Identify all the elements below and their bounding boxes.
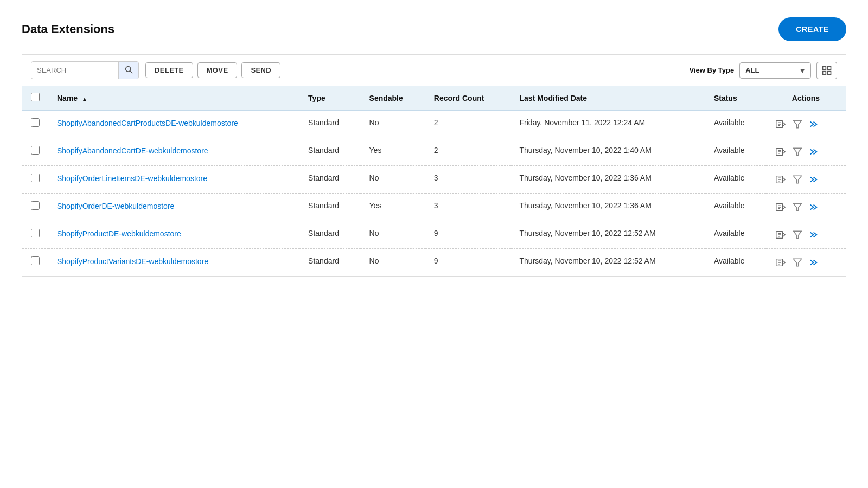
search-button[interactable] xyxy=(118,62,138,79)
filter-icon-5[interactable] xyxy=(792,257,803,268)
filter-icon-1[interactable] xyxy=(792,146,803,157)
row-status-2: Available xyxy=(705,166,766,194)
select-all-cell xyxy=(22,86,49,111)
row-checkbox-cell xyxy=(22,138,49,166)
forward-icon-4[interactable] xyxy=(808,229,820,241)
row-sendable-5: No xyxy=(361,249,425,277)
row-last-modified-1: Thursday, November 10, 2022 1:40 AM xyxy=(511,138,705,166)
row-status-1: Available xyxy=(705,138,766,166)
row-name-link-0[interactable]: ShopifyAbandonedCartProductsDE-webkuldem… xyxy=(57,119,238,127)
row-name-link-5[interactable]: ShopifyProductVariantsDE-webkuldemostore xyxy=(57,257,208,266)
row-type-2: Standard xyxy=(299,166,360,194)
svg-rect-4 xyxy=(823,71,826,74)
col-name[interactable]: Name ▲ xyxy=(48,86,299,111)
send-to-icon-2[interactable] xyxy=(775,174,787,185)
view-type-section: View By Type ALL Standard Filtered Rando… xyxy=(690,62,837,79)
row-name-link-4[interactable]: ShopifyProductDE-webkuldemostore xyxy=(57,229,181,238)
filter-icon-2[interactable] xyxy=(792,174,803,185)
delete-button[interactable]: DELETE xyxy=(145,62,193,78)
svg-marker-25 xyxy=(793,203,801,210)
chevron-down-icon: ▼ xyxy=(794,63,810,78)
svg-rect-5 xyxy=(828,71,831,74)
row-record-count-2: 3 xyxy=(425,166,511,194)
row-record-count-4: 9 xyxy=(425,221,511,249)
row-type-1: Standard xyxy=(299,138,360,166)
row-type-5: Standard xyxy=(299,249,360,277)
row-name-link-3[interactable]: ShopifyOrderDE-webkuldemostore xyxy=(57,202,174,210)
row-checkbox-cell xyxy=(22,110,49,138)
toolbar: DELETE MOVE SEND View By Type ALL Standa… xyxy=(22,54,846,86)
svg-marker-30 xyxy=(793,231,801,238)
type-select[interactable]: ALL Standard Filtered Random xyxy=(740,63,794,78)
row-checkbox-1[interactable] xyxy=(31,146,40,155)
forward-icon-1[interactable] xyxy=(808,146,820,158)
page-header: Data Extensions CREATE xyxy=(22,17,846,41)
select-all-checkbox[interactable] xyxy=(31,93,40,101)
search-wrap xyxy=(31,61,139,79)
table-row: ShopifyOrderDE-webkuldemostore Standard … xyxy=(22,194,846,221)
forward-icon-5[interactable] xyxy=(808,256,820,268)
svg-line-1 xyxy=(130,71,132,73)
filter-icon-0[interactable] xyxy=(792,119,803,130)
forward-icon-2[interactable] xyxy=(808,174,820,185)
svg-marker-20 xyxy=(793,176,801,183)
row-last-modified-3: Thursday, November 10, 2022 1:36 AM xyxy=(511,194,705,221)
send-to-icon-3[interactable] xyxy=(775,201,787,213)
row-record-count-3: 3 xyxy=(425,194,511,221)
send-to-icon-5[interactable] xyxy=(775,256,787,268)
move-button[interactable]: MOVE xyxy=(197,62,238,78)
row-name-0: ShopifyAbandonedCartProductsDE-webkuldem… xyxy=(48,110,299,138)
row-name-5: ShopifyProductVariantsDE-webkuldemostore xyxy=(48,249,299,277)
row-last-modified-5: Thursday, November 10, 2022 12:52 AM xyxy=(511,249,705,277)
row-name-3: ShopifyOrderDE-webkuldemostore xyxy=(48,194,299,221)
row-name-1: ShopifyAbandonedCartDE-webkuldemostore xyxy=(48,138,299,166)
row-type-4: Standard xyxy=(299,221,360,249)
svg-rect-2 xyxy=(823,66,826,69)
row-sendable-0: No xyxy=(361,110,425,138)
send-to-icon-0[interactable] xyxy=(775,118,787,130)
row-checkbox-2[interactable] xyxy=(31,174,40,182)
row-actions-4 xyxy=(766,221,846,249)
row-sendable-3: Yes xyxy=(361,194,425,221)
row-name-link-1[interactable]: ShopifyAbandonedCartDE-webkuldemostore xyxy=(57,146,208,155)
row-checkbox-cell xyxy=(22,249,49,277)
row-name-2: ShopifyOrderLineItemsDE-webkuldemostore xyxy=(48,166,299,194)
send-to-icon-4[interactable] xyxy=(775,229,787,241)
create-button[interactable]: CREATE xyxy=(778,17,846,41)
row-actions-2 xyxy=(766,166,846,194)
row-name-link-2[interactable]: ShopifyOrderLineItemsDE-webkuldemostore xyxy=(57,174,207,183)
svg-marker-10 xyxy=(793,120,801,127)
filter-icon-3[interactable] xyxy=(792,202,803,213)
row-type-0: Standard xyxy=(299,110,360,138)
send-to-icon-1[interactable] xyxy=(775,146,787,158)
row-status-0: Available xyxy=(705,110,766,138)
filter-icon-4[interactable] xyxy=(792,229,803,240)
row-checkbox-5[interactable] xyxy=(31,256,40,265)
grid-view-icon xyxy=(821,65,832,76)
svg-marker-35 xyxy=(793,259,801,266)
send-button[interactable]: SEND xyxy=(241,62,280,78)
svg-marker-15 xyxy=(793,148,801,155)
row-actions-3 xyxy=(766,194,846,221)
grid-view-button[interactable] xyxy=(816,62,837,79)
sort-arrow-name: ▲ xyxy=(82,96,87,102)
col-type: Type xyxy=(299,86,360,111)
search-input[interactable] xyxy=(31,63,118,78)
row-checkbox-0[interactable] xyxy=(31,118,40,127)
row-last-modified-4: Thursday, November 10, 2022 12:52 AM xyxy=(511,221,705,249)
row-record-count-1: 2 xyxy=(425,138,511,166)
col-record-count: Record Count xyxy=(425,86,511,111)
row-last-modified-2: Thursday, November 10, 2022 1:36 AM xyxy=(511,166,705,194)
row-checkbox-4[interactable] xyxy=(31,229,40,237)
row-record-count-0: 2 xyxy=(425,110,511,138)
row-checkbox-3[interactable] xyxy=(31,201,40,210)
forward-icon-3[interactable] xyxy=(808,201,820,213)
row-checkbox-cell xyxy=(22,221,49,249)
table-row: ShopifyAbandonedCartProductsDE-webkuldem… xyxy=(22,110,846,138)
row-status-3: Available xyxy=(705,194,766,221)
type-select-wrap: ALL Standard Filtered Random ▼ xyxy=(739,62,811,79)
row-record-count-5: 9 xyxy=(425,249,511,277)
forward-icon-0[interactable] xyxy=(808,118,820,130)
table-row: ShopifyProductDE-webkuldemostore Standar… xyxy=(22,221,846,249)
row-sendable-1: Yes xyxy=(361,138,425,166)
